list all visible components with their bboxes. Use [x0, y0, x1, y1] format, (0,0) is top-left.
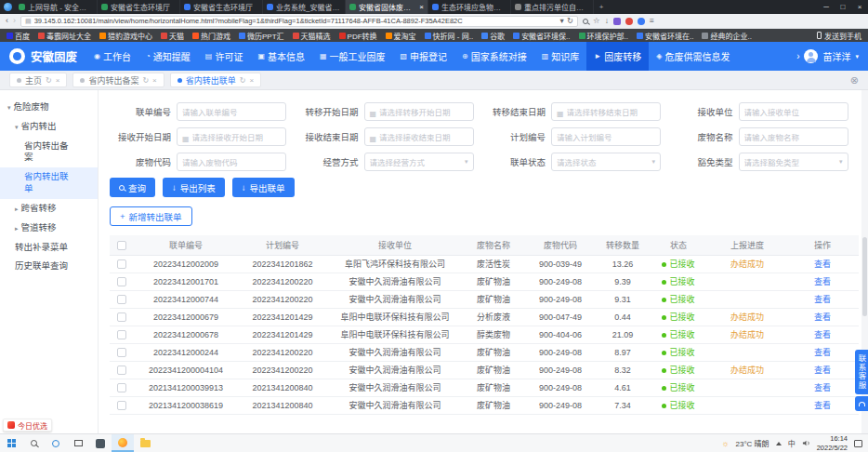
table-row[interactable]: 20213412000386192021341200840安徽中久润滑油有限公司…	[110, 396, 859, 414]
view-link[interactable]: 查看	[814, 312, 831, 322]
ime-indicator[interactable]: 中	[788, 438, 796, 448]
customer-service-button[interactable]	[855, 396, 868, 411]
forward-icon[interactable]: ›	[13, 17, 16, 25]
user-name[interactable]: 苗洋洋	[822, 49, 850, 63]
action-center-icon[interactable]	[854, 440, 862, 447]
back-icon[interactable]: ‹	[6, 17, 8, 25]
user-menu-caret-icon[interactable]	[855, 53, 859, 60]
nav-overflow-icon[interactable]	[796, 51, 799, 61]
bookmark[interactable]: 百度	[7, 31, 30, 41]
nav-basic-info[interactable]: ▣基本信息	[250, 42, 312, 71]
favorites-star-icon[interactable]: ☆	[593, 17, 600, 25]
view-link[interactable]: 查看	[814, 277, 831, 286]
scrollbar-thumb[interactable]	[862, 237, 867, 316]
tab-close-icon[interactable]	[152, 76, 157, 85]
browser-tab[interactable]: 生态环境应急物资调...	[428, 0, 511, 14]
row-checkbox[interactable]	[117, 330, 126, 339]
extension-icon[interactable]	[613, 18, 621, 25]
cortana-button[interactable]	[45, 434, 67, 452]
bookmark[interactable]: 爱淘宝	[386, 31, 416, 41]
view-link[interactable]: 查看	[814, 348, 831, 357]
table-row[interactable]: 20223412000041042022341200220安徽中久润滑油有限公司…	[110, 361, 859, 379]
speaker-icon[interactable]	[802, 439, 810, 447]
nav-waste-transfer[interactable]: ►固废转移	[586, 42, 649, 71]
view-link[interactable]: 查看	[814, 259, 831, 269]
taskbar-app-explorer[interactable]	[134, 434, 156, 452]
table-row[interactable]: 202234120006782022341201429阜阳中电联环保科技有限公司…	[110, 326, 859, 343]
row-checkbox[interactable]	[117, 383, 126, 392]
query-button[interactable]: 查询	[110, 178, 155, 197]
promo-widget[interactable]: 今日优选	[3, 419, 52, 432]
sidebar-item-pipeline-transfer[interactable]: 管道转移	[0, 219, 98, 238]
bookmark[interactable]: 快折网 - 网..	[425, 31, 474, 41]
send-to-phone-button[interactable]: 发送到手机	[817, 31, 861, 41]
nav-national-system[interactable]: ⊕国家系统对接	[454, 42, 534, 71]
tab-refresh-icon[interactable]	[46, 76, 52, 85]
nav-license[interactable]: ▤许可证	[198, 42, 251, 71]
taskbar-search-button[interactable]	[22, 434, 45, 452]
browser-tab[interactable]: 安徽省生态环境厅	[98, 0, 180, 14]
receiver-input[interactable]: 请输入接收单位	[739, 102, 848, 121]
view-link[interactable]: 查看	[814, 366, 831, 375]
browser-tab-active[interactable]: 安徽省固体废物管理	[346, 0, 428, 14]
bookmark[interactable]: PDF转换	[339, 31, 377, 41]
clock[interactable]: 16:142022/5/22	[817, 434, 848, 452]
waste-name-input[interactable]: 请输入废物名称	[739, 127, 848, 146]
sidebar-item-hazardous-waste[interactable]: 危险废物	[0, 98, 98, 117]
bookmark[interactable]: 热门游戏	[192, 31, 230, 41]
tray-expand-icon[interactable]	[776, 442, 782, 445]
avatar[interactable]	[804, 49, 818, 63]
maximize-button[interactable]	[835, 3, 851, 11]
extension-icon[interactable]	[638, 18, 645, 25]
bookmark[interactable]: 天猫	[161, 31, 184, 41]
export-list-button[interactable]: 导出列表	[163, 178, 225, 197]
row-checkbox[interactable]	[117, 312, 126, 322]
row-checkbox[interactable]	[117, 277, 126, 286]
browser-tab[interactable]: 业务系统_安徽省生...	[263, 0, 346, 14]
nav-hazwaste-supply-demand[interactable]: ◈危废供需信息发	[649, 42, 737, 71]
extension-icon[interactable]	[625, 18, 633, 25]
manifest-status-select[interactable]: 请选择状态	[551, 153, 661, 171]
page-tab-transfer-filing[interactable]: 省内转出备案	[72, 73, 164, 87]
sidebar-item-provincial-transfer-out[interactable]: 省内转出	[0, 117, 98, 137]
sidebar-item-cross-province-transfer[interactable]: 跨省转移	[0, 199, 98, 219]
row-checkbox[interactable]	[117, 348, 126, 357]
weather-text[interactable]: 23°C 晴朗	[736, 438, 769, 448]
browser-tab[interactable]: 上网导航 - 安全实用...	[15, 0, 98, 14]
add-manifest-button[interactable]: 新增转出联单	[110, 206, 192, 226]
tab-close-icon[interactable]	[56, 76, 60, 85]
export-manifest-button[interactable]: 导出联单	[232, 178, 295, 197]
exemption-type-select[interactable]: 请选择豁免类型	[739, 153, 848, 171]
bookmark[interactable]: 谷歌	[481, 31, 505, 41]
view-link[interactable]: 查看	[814, 383, 831, 392]
bookmark[interactable]: 天猫精选	[293, 31, 331, 41]
manifest-no-input[interactable]: 请输入联单编号	[177, 102, 286, 121]
table-row[interactable]: 202234120017012022341200220安徽中久润滑油有限公司废矿…	[110, 273, 859, 290]
select-all-checkbox[interactable]	[117, 241, 126, 250]
url-dropdown-icon[interactable]	[560, 17, 564, 25]
browser-menu-icon[interactable]	[650, 17, 654, 25]
taskbar-app-browser[interactable]	[112, 434, 134, 452]
table-row[interactable]: 202234120020092022341201862阜阳飞鸿环保科技有限公司废…	[110, 255, 859, 273]
bookmark[interactable]: 安徽省环境保..	[513, 31, 570, 41]
bookmark[interactable]: 安徽省环境在..	[637, 31, 693, 41]
taskbar-app-docs[interactable]	[89, 434, 112, 452]
download-icon[interactable]	[605, 17, 609, 25]
receive-end-date-input[interactable]: 请选择接收结束日期	[364, 127, 474, 146]
page-tab-transfer-manifest[interactable]: 省内转出联单	[170, 73, 261, 87]
tab-close-icon[interactable]	[419, 3, 424, 11]
tab-refresh-icon[interactable]	[240, 76, 246, 85]
browser-tab[interactable]: 安徽省生态环境厅	[180, 0, 263, 14]
sidebar-item-history-query[interactable]: 历史联单查询	[0, 257, 98, 276]
task-view-button[interactable]	[67, 434, 89, 452]
table-row[interactable]: 202234120007442022341200220安徽中久润滑油有限公司废矿…	[110, 290, 859, 308]
table-row[interactable]: 202234120002442022341200220安徽中久润滑油有限公司废矿…	[110, 343, 859, 361]
nav-workbench[interactable]: ◉工作台	[86, 42, 138, 71]
row-checkbox[interactable]	[117, 295, 126, 304]
url-input[interactable]: ▤ 39.145.0.162:10081/main/view/home/hori…	[20, 16, 578, 27]
nav-knowledge-base[interactable]: ▥知识库	[534, 42, 587, 71]
browser-tab[interactable]: 重点排污单位自动监...	[511, 0, 594, 14]
view-link[interactable]: 查看	[814, 295, 831, 304]
tab-refresh-icon[interactable]	[142, 76, 149, 85]
row-checkbox[interactable]	[117, 259, 126, 269]
